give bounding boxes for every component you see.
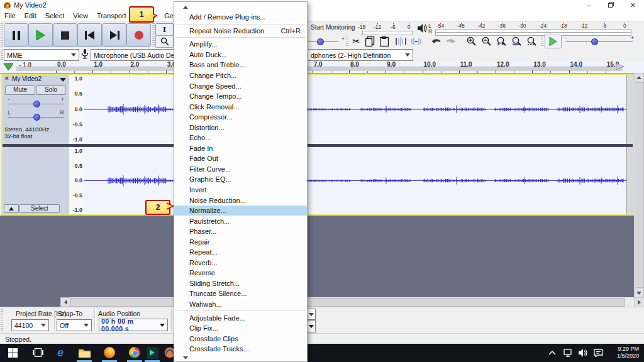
- minimize-button[interactable]: –: [579, 0, 599, 11]
- menu-item[interactable]: Invert: [174, 185, 307, 195]
- timeline-ruler[interactable]: - 1.0 0.01.02.03.04.05.06.07.08.09.010.0…: [0, 61, 644, 74]
- playback-meter[interactable]: L R -54-48-42-36-30-24-18-12-60: [416, 23, 634, 35]
- menu-item[interactable]: Truncate Silence...: [174, 288, 307, 299]
- taskbar-file-explorer-button[interactable]: [77, 346, 92, 359]
- menu-item[interactable]: Auto Duck...: [174, 50, 307, 60]
- selbar-grabber[interactable]: [1, 309, 3, 331]
- device-grabber[interactable]: [1, 50, 3, 60]
- task-view-button[interactable]: [30, 346, 45, 359]
- menu-item[interactable]: Noise Reduction...: [174, 195, 307, 206]
- playback-speed-thumb[interactable]: [591, 38, 598, 45]
- gain-slider[interactable]: - +: [6, 97, 65, 107]
- record-button[interactable]: [126, 23, 151, 47]
- menu-item[interactable]: Echo...: [174, 133, 307, 143]
- menu-item[interactable]: Clip Fix...: [174, 323, 307, 334]
- recording-volume-thumb[interactable]: [317, 38, 324, 45]
- menu-item[interactable]: Fade Out: [174, 153, 307, 164]
- menu-item[interactable]: Add / Remove Plug-ins...: [174, 12, 307, 23]
- menu-item[interactable]: [174, 309, 307, 312]
- skip-to-end-button[interactable]: [102, 23, 126, 47]
- menu-item[interactable]: Amplify...: [174, 39, 307, 50]
- silence-audio-button[interactable]: [409, 35, 423, 48]
- menu-item[interactable]: Change Speed...: [174, 80, 307, 91]
- menu-item[interactable]: Graphic EQ...: [174, 174, 307, 185]
- edit-grabber[interactable]: [346, 36, 348, 47]
- zoom-fit-button[interactable]: [509, 35, 524, 48]
- tracks-background[interactable]: [0, 216, 644, 307]
- scroll-right-button[interactable]: [634, 297, 644, 307]
- playback-speed-slider[interactable]: - +: [565, 35, 635, 47]
- trim-audio-button[interactable]: [394, 35, 408, 48]
- vertical-scrollbar-thumb[interactable]: [635, 82, 644, 288]
- menu-item[interactable]: Sliding Stretch...: [174, 278, 307, 289]
- close-button[interactable]: ✕: [623, 0, 643, 11]
- menu-bar-item[interactable]: View: [69, 11, 92, 21]
- menu-item[interactable]: Repair: [174, 236, 307, 247]
- track-title[interactable]: My Video2: [12, 75, 42, 82]
- taskbar-clock[interactable]: 9:29 PM 1/5/2020: [617, 346, 639, 359]
- taskbar-media-app-button[interactable]: [145, 346, 160, 359]
- menu-item[interactable]: Wahwah...: [174, 299, 307, 310]
- after-clip-area[interactable]: [626, 75, 633, 144]
- recording-meter[interactable]: Start Monitoring -18-12-60: [309, 23, 414, 35]
- menu-item[interactable]: Reverb...: [174, 258, 307, 268]
- paste-button[interactable]: [377, 35, 391, 48]
- menu-bar-item[interactable]: File: [0, 11, 20, 21]
- snap-to-dropdown[interactable]: Off: [57, 319, 92, 331]
- tray-chevron-button[interactable]: [548, 344, 556, 362]
- menu-item[interactable]: Adjustable Fade...: [174, 312, 307, 323]
- toolbar-grabber[interactable]: [1, 23, 3, 47]
- menu-bar-item[interactable]: Transport: [92, 11, 131, 21]
- menu-item[interactable]: [174, 23, 307, 26]
- solo-button[interactable]: Solo: [36, 85, 66, 95]
- menu-bar-item[interactable]: Select: [41, 11, 69, 21]
- audio-position-display[interactable]: 00 h 00 m 00.000 s: [99, 319, 168, 331]
- menu-item[interactable]: Change Tempo...: [174, 91, 307, 102]
- project-rate-dropdown[interactable]: 44100: [11, 319, 49, 331]
- playback-device-dropdown[interactable]: dphones (2- High Definition: [308, 49, 413, 61]
- zoom-tool-button[interactable]: [155, 35, 174, 48]
- menu-item[interactable]: Reverse: [174, 268, 307, 278]
- redo-button[interactable]: [443, 35, 457, 48]
- menu-item[interactable]: Change Pitch...: [174, 70, 307, 81]
- zoom-toggle-button[interactable]: [525, 35, 539, 48]
- menu-item[interactable]: Crossfade Tracks...: [174, 344, 307, 354]
- zoom-selection-button[interactable]: [494, 35, 509, 48]
- tools-grabber[interactable]: [152, 23, 155, 47]
- track-menu-chevron-icon[interactable]: [60, 78, 66, 82]
- play-button[interactable]: [28, 23, 53, 47]
- selection-tool-button[interactable]: I: [155, 23, 174, 36]
- menu-item[interactable]: Distortion...: [174, 122, 307, 133]
- audio-host-dropdown[interactable]: MME: [4, 49, 79, 61]
- taskbar-firefox-button[interactable]: [102, 346, 117, 359]
- menu-bar-item[interactable]: Edit: [20, 11, 41, 21]
- tray-network-button[interactable]: [564, 344, 573, 362]
- scroll-up-button[interactable]: [634, 73, 644, 82]
- after-clip-area[interactable]: [626, 147, 633, 214]
- pan-thumb[interactable]: [33, 114, 40, 121]
- stop-button[interactable]: [53, 23, 77, 47]
- menu-item[interactable]: Normalize...: [174, 206, 307, 216]
- vertical-scrollbar[interactable]: [634, 73, 644, 297]
- skip-to-start-button[interactable]: [77, 23, 102, 47]
- zoom-in-button[interactable]: [464, 35, 479, 48]
- horizontal-scrollbar-thumb[interactable]: [70, 298, 625, 307]
- menu-item[interactable]: Filter Curve...: [174, 164, 307, 175]
- taskbar-edge-button[interactable]: e: [53, 346, 68, 359]
- copy-button[interactable]: [364, 35, 377, 48]
- undo-button[interactable]: [429, 35, 443, 48]
- selection-end-display-partial[interactable]: [306, 320, 316, 332]
- cut-button[interactable]: ✂: [350, 35, 363, 48]
- selection-mode-dropdown-partial[interactable]: [306, 309, 316, 320]
- recording-volume-slider[interactable]: +: [308, 36, 345, 47]
- menu-item[interactable]: Bass and Treble...: [174, 60, 307, 70]
- speed-grabber[interactable]: [541, 36, 543, 47]
- scroll-down-button[interactable]: [634, 288, 644, 298]
- pinned-playhead-icon[interactable]: [3, 63, 14, 71]
- zoom-out-button[interactable]: [479, 35, 494, 48]
- menu-item[interactable]: Phaser...: [174, 226, 307, 237]
- menu-scroll-up-icon[interactable]: [183, 6, 188, 9]
- menu-item[interactable]: Repeat Noise Reduction Ctrl+R: [174, 26, 307, 36]
- taskbar-chrome-button[interactable]: [127, 346, 142, 359]
- menu-item[interactable]: Crossfade Clips: [174, 333, 307, 344]
